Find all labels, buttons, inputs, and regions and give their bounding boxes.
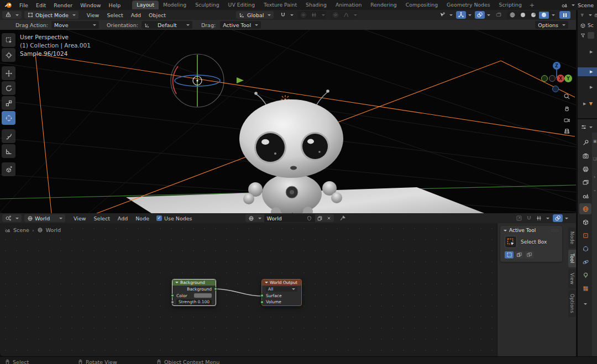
drag-action-dropdown[interactable]: Move (51, 21, 99, 29)
tab-sculpting[interactable]: Sculpting (191, 1, 223, 9)
sidebar-tab-tool[interactable]: Tool (568, 250, 576, 267)
lock-icon[interactable] (594, 12, 597, 18)
color-swatch[interactable] (194, 293, 212, 298)
chevron-down-icon[interactable] (552, 14, 555, 16)
wireframe-shading-button[interactable] (507, 12, 517, 19)
outliner-row-light[interactable]: ▶ (578, 99, 597, 108)
ortho-toggle-icon[interactable] (564, 129, 569, 133)
chevron-down-icon[interactable] (322, 14, 325, 16)
tab-animation[interactable]: Animation (331, 1, 366, 9)
tool-orientation-dropdown[interactable]: Default (142, 21, 192, 29)
insert-into-group-button[interactable] (514, 214, 524, 222)
menu-edit[interactable]: Edit (32, 2, 50, 8)
tool-measure[interactable] (2, 144, 15, 158)
properties-tab-object[interactable] (579, 230, 591, 241)
axis-neg-y-ball[interactable] (542, 76, 548, 82)
sidebar-tab-view[interactable]: View (568, 269, 576, 288)
snap-settings-chevron[interactable] (290, 14, 294, 16)
properties-tab-light-data[interactable] (579, 270, 591, 281)
tool-scale[interactable] (2, 96, 15, 110)
active-tool-button[interactable] (505, 236, 517, 248)
axis-neg-z-ball[interactable] (553, 86, 559, 92)
tab-rendering[interactable]: Rendering (366, 1, 401, 9)
xray-toggle-button[interactable] (494, 11, 504, 19)
properties-editor-type-dropdown[interactable] (579, 122, 594, 133)
select-mode-set[interactable] (505, 251, 514, 259)
pause-render-button[interactable] (559, 11, 570, 19)
gizmo-arrow-handle[interactable] (237, 77, 244, 83)
tool-cursor[interactable] (2, 48, 15, 62)
tab-shading[interactable]: Shading (301, 1, 331, 9)
select-mode-extend[interactable] (515, 251, 523, 259)
outliner-row-selected[interactable]: ▶ (578, 67, 597, 76)
select-mode-subtract[interactable] (525, 251, 533, 259)
properties-tab-render[interactable] (579, 150, 591, 161)
node-editor[interactable]: Scene › World Background Background Colo… (0, 223, 576, 356)
scene-selector[interactable]: Scene (561, 2, 597, 8)
node-snap-toggle[interactable] (524, 214, 534, 222)
volume-input-socket[interactable] (260, 300, 264, 304)
world-name-field[interactable]: World (264, 214, 315, 222)
snap-toggle-button[interactable] (278, 11, 288, 19)
node-menu-select[interactable]: Select (90, 215, 114, 221)
properties-tab-physics[interactable] (579, 256, 591, 267)
use-nodes-toggle[interactable]: ✓ Use Nodes (156, 215, 192, 221)
show-object-types-button[interactable] (437, 11, 447, 19)
chevron-down-icon[interactable] (487, 14, 490, 16)
proportional-edit-button[interactable] (298, 12, 308, 19)
pan-view-icon[interactable] (565, 106, 569, 110)
outliner-filter-icon[interactable] (580, 12, 585, 18)
panel-drag-dots[interactable]: :::: (552, 228, 559, 233)
tab-texture-paint[interactable]: Texture Paint (259, 1, 301, 9)
chevron-down-icon[interactable] (589, 14, 592, 16)
rotate-gizmo[interactable] (171, 54, 224, 107)
tool-add-cube[interactable] (2, 162, 15, 176)
strength-field[interactable]: Strength 0.100 (176, 299, 212, 304)
output-target-dropdown[interactable]: All (266, 287, 297, 292)
outliner-row[interactable]: ▶ (578, 48, 597, 56)
properties-tab-collection[interactable] (579, 217, 591, 228)
chevron-down-icon[interactable] (449, 14, 453, 16)
robot-character[interactable] (239, 89, 343, 213)
sidebar-tab-options[interactable]: Options (568, 290, 576, 317)
active-tool-panel-title[interactable]: Active Tool (509, 228, 536, 233)
menu-view[interactable]: View (83, 12, 103, 18)
tool-transform[interactable] (2, 111, 15, 125)
tool-move[interactable] (2, 66, 15, 80)
tool-select-box[interactable] (2, 33, 15, 47)
pin-icon[interactable] (339, 215, 346, 221)
transform-orientation-dropdown[interactable]: Global (236, 11, 274, 19)
axis-neg-x-ball[interactable] (549, 76, 556, 82)
browse-world-dropdown[interactable] (245, 214, 264, 222)
blender-logo-icon[interactable] (4, 2, 13, 9)
tab-geometry-nodes[interactable]: Geometry Nodes (442, 1, 494, 9)
outliner-row[interactable]: ▶ (578, 83, 597, 92)
solid-shading-button[interactable] (518, 12, 528, 19)
camera-view-icon[interactable] (564, 119, 569, 122)
strength-input-socket[interactable] (171, 300, 174, 304)
material-preview-button[interactable] (528, 12, 538, 19)
properties-tabs-scroll-chevron[interactable] (579, 298, 591, 309)
falloff-circle-button[interactable] (331, 12, 341, 19)
properties-tab-tool[interactable] (579, 137, 591, 148)
show-overlays-button[interactable] (475, 11, 485, 19)
node-overlays-button[interactable] (553, 214, 563, 222)
node-menu-view[interactable]: View (70, 215, 90, 221)
falloff-curve-button[interactable] (341, 12, 351, 19)
drag-tool-dropdown[interactable]: Active Tool (220, 21, 261, 29)
node-background[interactable]: Background Background Color Strength 0.1… (172, 279, 216, 306)
properties-tab-world[interactable] (579, 203, 591, 214)
tab-compositing[interactable]: Compositing (401, 1, 442, 9)
properties-tab-output[interactable] (579, 163, 591, 175)
shader-editor-type-dropdown[interactable] (2, 214, 22, 222)
properties-tab-scene[interactable] (579, 190, 591, 201)
editor-type-dropdown[interactable] (2, 11, 22, 19)
outliner-filter-row[interactable] (578, 31, 597, 40)
add-workspace-button[interactable]: + (526, 2, 538, 9)
menu-select[interactable]: Select (103, 12, 127, 18)
unlink-world-button[interactable] (324, 214, 334, 222)
menu-help[interactable]: Help (105, 2, 125, 8)
snap-increment-button[interactable] (309, 12, 319, 19)
menu-render[interactable]: Render (50, 2, 76, 8)
panel-collapse-icon[interactable] (504, 230, 507, 231)
